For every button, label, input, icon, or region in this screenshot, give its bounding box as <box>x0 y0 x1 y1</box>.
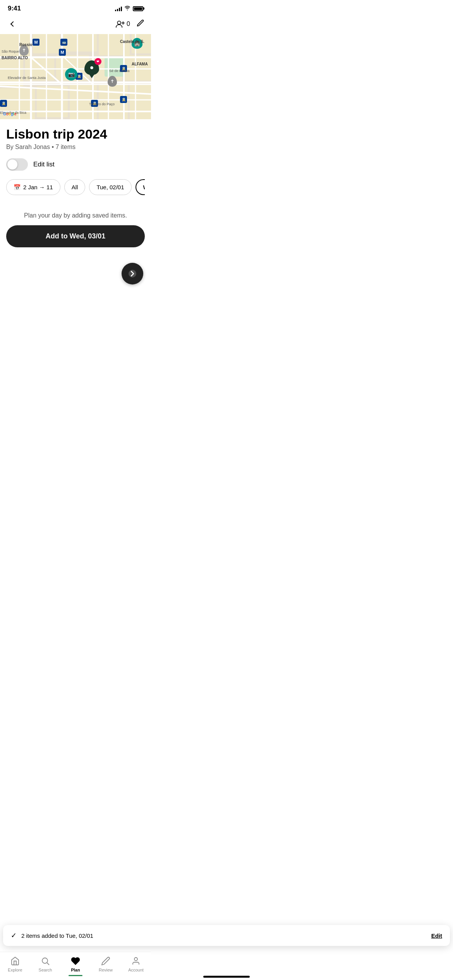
svg-rect-18 <box>130 84 151 119</box>
map-label-bairroalto: BAIRRO ALTO <box>2 56 28 60</box>
map-label-terreiro: Terreiro do Paço <box>89 102 115 106</box>
add-person-icon <box>116 20 125 28</box>
church-marker-2: ✝ <box>108 76 117 87</box>
tram-marker-5: 🚊 <box>120 96 127 103</box>
svg-point-0 <box>117 21 121 24</box>
wed-label: Wed, 03/01 <box>143 184 145 190</box>
google-logo: Google <box>3 112 16 116</box>
people-count: 0 <box>127 21 130 27</box>
nav-bar: 0 <box>0 14 151 34</box>
tram-marker-1: 🚊 <box>0 100 7 107</box>
date-filter-pills: 📅 2 Jan → 11 All Tue, 02/01 Wed, 03/01 <box>6 179 145 195</box>
main-content: Lisbon trip 2024 By Sarah Jonas • 7 item… <box>0 119 151 362</box>
date-pill-wed[interactable]: Wed, 03/01 <box>136 179 145 195</box>
svg-rect-7 <box>99 34 130 55</box>
map-label-castelo: Castelo de S. <box>120 39 144 44</box>
floating-action-button[interactable] <box>122 263 143 284</box>
main-location-pin[interactable]: ❤ <box>84 60 99 75</box>
back-arrow-icon <box>10 21 16 27</box>
fab-container <box>6 263 145 284</box>
add-people-button[interactable]: 0 <box>116 20 130 28</box>
signal-icon <box>115 6 122 11</box>
heart-badge: ❤ <box>94 58 101 65</box>
toggle-knob <box>7 159 17 170</box>
edit-pencil-button[interactable] <box>136 19 145 29</box>
map-label-elevador: Elevador de Santa Justa <box>8 76 46 80</box>
add-to-day-button[interactable]: Add to Wed, 03/01 <box>6 225 145 247</box>
trip-meta: By Sarah Jonas • 7 items <box>6 144 145 151</box>
camera-marker[interactable]: 📷 <box>65 68 77 81</box>
back-button[interactable] <box>6 17 20 31</box>
all-label: All <box>72 184 78 190</box>
svg-rect-13 <box>124 55 151 81</box>
svg-point-39 <box>129 270 136 278</box>
date-pill-all[interactable]: All <box>64 179 86 195</box>
map-label-se: Sé de Lisboa <box>109 69 130 73</box>
bus-marker: 🚌 <box>60 39 67 46</box>
date-range-label: 2 Jan → 11 <box>23 184 53 190</box>
map-container[interactable]: M M 🚌 🚊 🚊 🚊 🚊 🚊 ✝ 🏰 ✝ 📷 <box>0 34 151 119</box>
map-label-alfama: ALFAMA <box>132 62 148 66</box>
metro-marker-2: M <box>59 49 66 56</box>
plan-empty-text: Plan your day by adding saved items. <box>6 212 145 219</box>
calendar-icon: 📅 <box>14 184 21 191</box>
tue-label: Tue, 02/01 <box>96 184 124 190</box>
nav-right-actions: 0 <box>116 19 145 29</box>
status-icons <box>115 5 143 12</box>
trip-title: Lisbon trip 2024 <box>6 127 145 141</box>
map-label-saoroque: São Roque <box>2 50 19 53</box>
date-pill-tue[interactable]: Tue, 02/01 <box>89 179 131 195</box>
status-bar: 9:41 <box>0 0 151 14</box>
battery-icon <box>133 6 143 11</box>
date-pill-range[interactable]: 📅 2 Jan → 11 <box>6 179 60 195</box>
svg-rect-15 <box>37 86 68 117</box>
edit-toggle-row: Edit list <box>6 158 145 171</box>
map-background: M M 🚌 🚊 🚊 🚊 🚊 🚊 ✝ 🏰 ✝ 📷 <box>0 34 151 119</box>
map-label-rossio: Rossio <box>19 43 32 47</box>
status-time: 9:41 <box>8 5 21 12</box>
plan-empty-state: Plan your day by adding saved items. Add… <box>6 204 145 260</box>
svg-point-38 <box>90 66 93 69</box>
wifi-icon <box>124 5 130 12</box>
metro-marker-rossio: M <box>33 39 39 46</box>
edit-list-toggle[interactable] <box>6 158 28 171</box>
edit-list-label: Edit list <box>33 161 55 168</box>
